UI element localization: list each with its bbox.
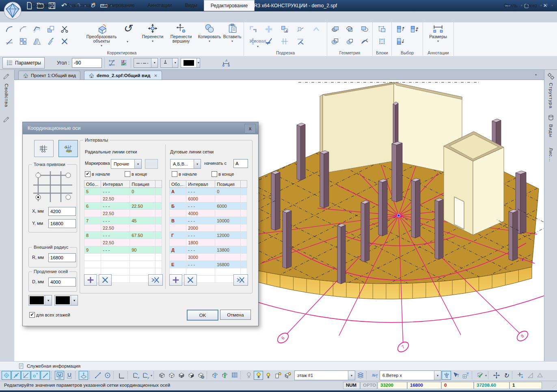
dialog-close-button[interactable]: x — [244, 124, 256, 134]
table-cell[interactable] — [155, 202, 162, 210]
table-cell[interactable] — [170, 224, 186, 232]
table-cell[interactable]: В — [170, 217, 186, 224]
view-wire-button[interactable] — [157, 371, 166, 380]
light-on-button[interactable] — [254, 371, 263, 380]
align-1-button[interactable] — [525, 371, 535, 380]
move-vertex-button[interactable]: Перенести вершину — [168, 23, 194, 50]
line-style-combo[interactable]: ▾ — [134, 58, 158, 68]
y-input[interactable] — [48, 219, 76, 228]
grid-settings-icon-btn[interactable] — [119, 58, 128, 67]
table-cell[interactable] — [241, 232, 247, 239]
column[interactable] — [393, 102, 398, 145]
workplane-toggle[interactable] — [79, 371, 88, 380]
table-row[interactable]: 9- - -90 — [84, 246, 162, 254]
table-cell[interactable]: - - - — [186, 261, 215, 268]
select-above-icon[interactable]: ↑ — [396, 25, 405, 34]
table-cell[interactable] — [84, 224, 101, 232]
panel-tab-views[interactable]: Виды — [548, 124, 553, 138]
radial-add-button[interactable] — [84, 274, 97, 286]
table-cell[interactable] — [241, 224, 247, 232]
corner-button[interactable]: Угловая▾ — [246, 39, 270, 48]
col-header[interactable]: Интервал — [101, 181, 130, 188]
convert-objects-button[interactable]: Преобразовать объекты▾ — [89, 23, 114, 50]
table-row[interactable]: Е- - -16800 — [170, 261, 247, 268]
view-hidden-button[interactable] — [167, 371, 176, 380]
table-cell[interactable] — [130, 210, 155, 217]
snap-point-toggle[interactable] — [31, 371, 40, 380]
table-cell[interactable] — [130, 239, 155, 246]
table-cell[interactable]: 45 — [130, 217, 155, 224]
column[interactable] — [509, 209, 518, 261]
tab-close-icon[interactable]: ✕ — [154, 73, 157, 78]
table-cell[interactable]: - - - — [186, 202, 215, 210]
table-cell[interactable] — [84, 239, 101, 246]
select-below-icon[interactable]: ↓ — [396, 37, 405, 46]
table-row[interactable]: 6- - -22.50 — [84, 202, 162, 210]
slope-trim-icon[interactable] — [296, 25, 305, 34]
roof-trim-icon[interactable] — [312, 25, 321, 34]
table-cell[interactable] — [241, 254, 247, 261]
column[interactable] — [337, 224, 345, 284]
table-cell[interactable]: 0 — [215, 188, 241, 195]
anchor-grid-graphic[interactable] — [32, 170, 74, 203]
column[interactable] — [378, 179, 387, 236]
arc-add-button[interactable] — [169, 274, 182, 286]
rotate-button[interactable]: ↺ ▾ — [119, 23, 136, 50]
table-cell[interactable] — [241, 246, 247, 254]
offset-tool-icon[interactable] — [32, 25, 41, 34]
view-settings-button[interactable] — [196, 371, 205, 380]
cross-trim-icon[interactable] — [264, 25, 273, 34]
ucs-y-tool[interactable]: y — [141, 371, 150, 380]
dimensions-button[interactable]: Размеры▾ — [425, 23, 451, 50]
col-header[interactable]: Позиция — [130, 181, 155, 188]
properties2-pencil-icon[interactable] — [2, 115, 11, 124]
table-cell[interactable]: 22.50 — [101, 224, 130, 232]
select-span-icon[interactable]: ↕ — [410, 25, 419, 34]
perpendicular-tool[interactable] — [117, 371, 126, 380]
tab-reinforcement[interactable]: Армирование — [97, 0, 141, 11]
table-row[interactable]: 1800 — [170, 239, 247, 246]
table-cell[interactable] — [215, 239, 241, 246]
table-cell[interactable]: 67.50 — [130, 232, 155, 239]
table-row[interactable]: 7- - -45 — [84, 217, 162, 224]
line-color-combo[interactable]: ▾ — [181, 58, 200, 68]
column[interactable] — [283, 209, 291, 269]
dialog-coordination-axes[interactable]: Координационные оси x Точка привязки X, … — [22, 122, 259, 326]
tab-creation[interactable]: Создание — [25, 0, 60, 11]
table-row[interactable]: 5- - -0 — [84, 188, 162, 195]
column[interactable] — [361, 200, 369, 262]
draw-line-tool[interactable] — [93, 371, 102, 380]
table-cell[interactable]: - - - — [186, 188, 215, 195]
draw-circle-tool[interactable] — [103, 371, 112, 380]
table-cell[interactable] — [215, 224, 241, 232]
floor-combo[interactable]: этаж #1▾ — [294, 370, 355, 380]
table-row[interactable]: Б- - -6000 — [170, 202, 247, 210]
arc-tool-icon[interactable] — [5, 25, 14, 34]
table-cell[interactable] — [241, 217, 247, 224]
filter-select-button[interactable] — [451, 371, 461, 380]
table-cell[interactable] — [155, 232, 162, 239]
doc-tab-project1[interactable]: Проект 1:Общий вид — [18, 71, 80, 80]
tab-analytics[interactable]: Аналитика — [60, 0, 97, 11]
snap-line-toggle[interactable] — [11, 371, 21, 380]
col-header[interactable]: Обо... — [170, 181, 186, 188]
table-row[interactable]: 22.50 — [84, 195, 162, 202]
all-floors-checkbox[interactable]: ✔ — [29, 312, 35, 318]
rotate-mode-button[interactable]: ↻ — [501, 371, 511, 380]
apply-changes-button[interactable] — [475, 371, 485, 380]
orthogonal-grid-button[interactable] — [34, 140, 54, 157]
tab-annotations[interactable]: Аннотации — [141, 0, 178, 11]
walls[interactable] — [320, 82, 462, 176]
radial-grid-button[interactable] — [58, 140, 78, 157]
table-cell[interactable]: 22.50 — [101, 239, 130, 246]
table-cell[interactable]: 22.50 — [130, 202, 155, 210]
table-cell[interactable]: 22.50 — [101, 195, 130, 202]
axis-bubble[interactable]: 7 — [396, 340, 410, 354]
parallel-trim-icon[interactable] — [280, 37, 289, 46]
table-row[interactable]: Г- - -12000 — [170, 232, 247, 239]
table-cell[interactable] — [241, 188, 247, 195]
table-row[interactable]: 22.50 — [84, 239, 162, 246]
table-row[interactable]: В- - -10000 — [170, 217, 247, 224]
radial-delete-all-button[interactable] — [148, 274, 163, 286]
panel-tab-properties[interactable]: Свойства — [4, 84, 9, 108]
